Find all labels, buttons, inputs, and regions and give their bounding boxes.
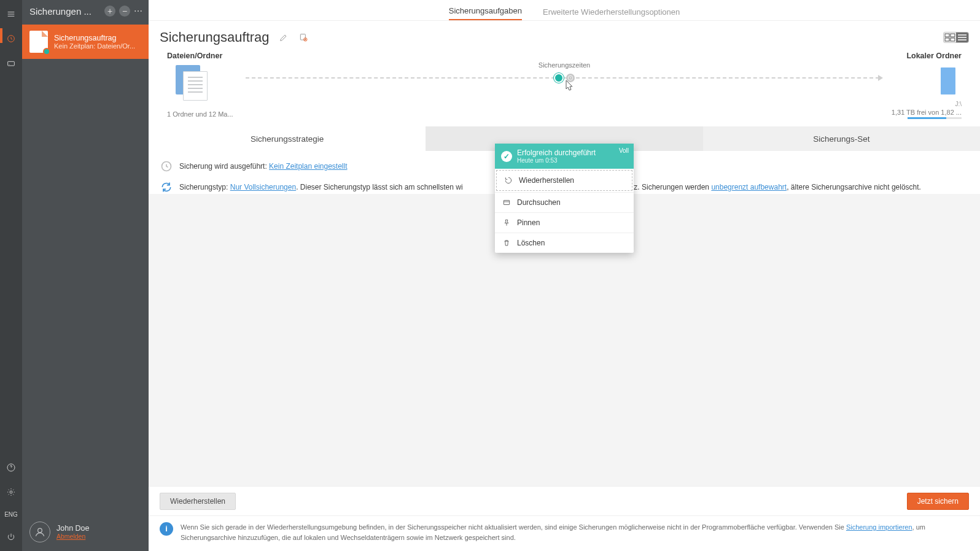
backup-point-popover: ✓ Erfolgreich durchgeführt Heute um 0:53… — [495, 144, 634, 253]
avatar[interactable] — [29, 522, 50, 542]
language-label[interactable]: ENG — [4, 511, 18, 518]
user-name: John Doe — [56, 524, 90, 533]
view-list-button[interactable] — [956, 33, 968, 42]
clock-icon[interactable] — [6, 33, 17, 44]
local-folder-icon[interactable] — [941, 65, 962, 94]
files-folder-icon[interactable] — [176, 65, 208, 99]
clock-outline-icon — [160, 160, 173, 173]
subtab-set[interactable]: Sicherungs-Set — [703, 126, 980, 151]
type-tail: , ältere Sicherungsarchive nicht gelösch… — [787, 183, 921, 191]
sidebar-header: Sicherungen ... + − ⋯ — [22, 0, 149, 22]
import-backup-link[interactable]: Sicherung importieren — [846, 523, 912, 531]
sidebar-title: Sicherungen ... — [29, 6, 101, 17]
popover-browse-item[interactable]: Durchsuchen — [495, 192, 634, 212]
add-backup-button[interactable]: + — [104, 6, 115, 17]
cycle-icon — [160, 180, 173, 194]
svg-point-4 — [38, 528, 42, 533]
retention-link[interactable]: unbegrenzt aufbewahrt — [711, 183, 787, 191]
tab-backup-tasks[interactable]: Sicherungsaufgaben — [449, 6, 522, 20]
destination-free-space: 1,31 TB frei von 1,82 ... — [892, 109, 962, 116]
page-title-row: Sicherungsauftrag — [149, 21, 980, 49]
svg-rect-5 — [300, 34, 305, 40]
flow-diagram: Dateien/Ordner 1 Ordner und 12 Ma... Sic… — [149, 49, 980, 119]
footer-buttons: Wiederherstellen Jetzt sichern — [149, 486, 980, 515]
popover-tag: Voll — [619, 147, 629, 154]
power-icon[interactable] — [6, 531, 17, 542]
document-icon — [29, 31, 48, 53]
view-cards-button[interactable] — [944, 33, 956, 42]
popover-header: ✓ Erfolgreich durchgeführt Heute um 0:53… — [495, 144, 634, 169]
sidebar-item-backup-job[interactable]: Sicherungsauftrag Kein Zeitplan: Dateien… — [22, 25, 149, 59]
info-bar: i Wenn Sie sich gerade in der Wiederhers… — [149, 515, 980, 551]
svg-rect-10 — [951, 38, 955, 41]
svg-point-3 — [10, 491, 12, 493]
job-title: Sicherungsauftrag — [54, 34, 135, 42]
svg-rect-1 — [8, 61, 15, 66]
destination-drive-letter: J:\ — [955, 101, 962, 107]
popover-pin-item[interactable]: Pinnen — [495, 212, 634, 233]
drive-icon[interactable] — [6, 58, 17, 69]
svg-rect-7 — [945, 34, 949, 37]
popover-browse-label: Durchsuchen — [517, 198, 561, 207]
more-icon[interactable]: ⋯ — [134, 6, 144, 16]
type-mid: . Dieser Sicherungstyp lässt sich am sch… — [296, 183, 462, 191]
top-tabs: Sicherungsaufgaben Erweiterte Wiederhers… — [149, 0, 980, 21]
timeline-title: Sicherungszeiten — [246, 61, 883, 69]
backup-now-button[interactable]: Jetzt sichern — [907, 493, 969, 510]
page-title: Sicherungsauftrag — [160, 29, 270, 45]
user-panel: John Doe Abmelden — [22, 515, 149, 551]
menu-icon[interactable] — [6, 9, 17, 20]
schedule-link[interactable]: Kein Zeitplan eingestellt — [269, 162, 347, 171]
subtab-strategy[interactable]: Sicherungsstrategie — [149, 126, 426, 151]
timeline-success-icon — [554, 73, 564, 83]
destination-usage-bar — [908, 117, 962, 119]
destination-label: Lokaler Ordner — [906, 52, 962, 60]
popover-delete-label: Löschen — [517, 239, 545, 247]
svg-rect-8 — [951, 34, 955, 37]
main-area: Sicherungsaufgaben Erweiterte Wiederhers… — [149, 0, 980, 551]
popover-restore-item[interactable]: Wiederherstellen — [496, 170, 632, 191]
edit-icon[interactable] — [278, 32, 289, 43]
popover-restore-label: Wiederherstellen — [519, 176, 574, 185]
restore-button[interactable]: Wiederherstellen — [160, 493, 236, 510]
type-pre: Sicherungstyp: — [179, 183, 230, 191]
timeline-clock-icon — [566, 74, 575, 82]
job-subtitle: Kein Zeitplan: Dateien/Or... — [54, 42, 135, 50]
type-link[interactable]: Nur Vollsicherungen — [230, 183, 296, 191]
popover-status: Erfolgreich durchgeführt — [517, 148, 596, 157]
info-text-1: Wenn Sie sich gerade in der Wiederherste… — [181, 523, 846, 531]
source-caption: 1 Ordner und 12 Ma... — [167, 110, 233, 118]
svg-rect-12 — [504, 201, 509, 205]
logout-link[interactable]: Abmelden — [56, 533, 90, 540]
add-job-icon[interactable] — [298, 32, 309, 43]
info-icon: i — [160, 522, 173, 536]
check-icon: ✓ — [501, 151, 512, 162]
tab-advanced-recovery[interactable]: Erweiterte Wiederherstellungsoptionen — [543, 7, 680, 20]
icon-rail: ENG — [0, 0, 22, 551]
gear-icon[interactable] — [6, 487, 17, 498]
sidebar: Sicherungen ... + − ⋯ Sicherungsauftrag … — [22, 0, 149, 551]
help-icon[interactable] — [6, 462, 17, 473]
source-label: Dateien/Ordner — [167, 52, 222, 60]
rail-active-indicator — [0, 28, 2, 43]
remove-backup-button[interactable]: − — [119, 6, 130, 17]
popover-delete-item[interactable]: Löschen — [495, 233, 634, 253]
view-toggle — [943, 32, 969, 43]
popover-time: Heute um 0:53 — [517, 157, 596, 164]
svg-rect-9 — [945, 38, 949, 41]
schedule-pre: Sicherung wird ausgeführt: — [179, 162, 269, 171]
timeline[interactable] — [246, 71, 883, 85]
timeline-point[interactable] — [554, 73, 575, 83]
popover-pin-label: Pinnen — [517, 218, 540, 227]
